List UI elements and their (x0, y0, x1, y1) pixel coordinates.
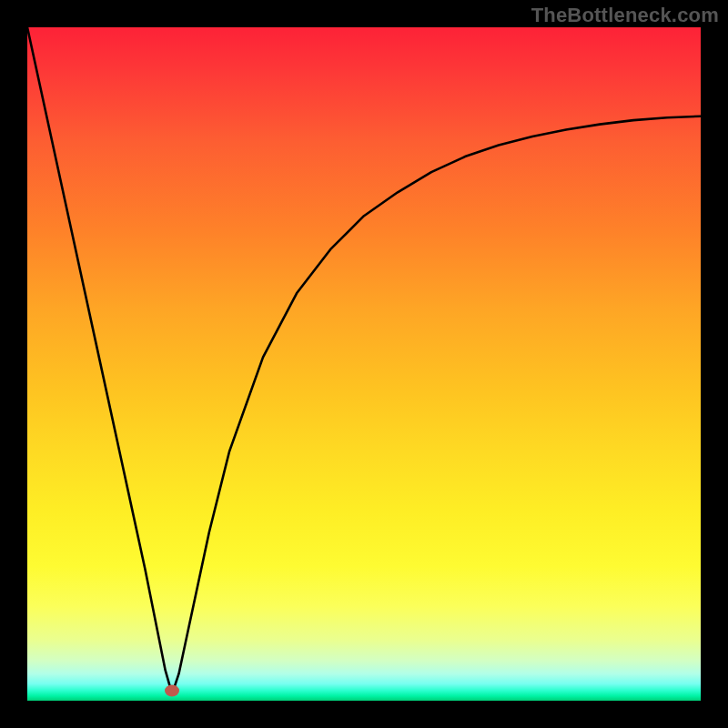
minimum-marker (165, 684, 179, 696)
bottleneck-curve (27, 27, 701, 701)
watermark-text: TheBottleneck.com (531, 4, 719, 27)
plot-area (27, 27, 701, 701)
chart-frame: TheBottleneck.com (0, 0, 728, 728)
